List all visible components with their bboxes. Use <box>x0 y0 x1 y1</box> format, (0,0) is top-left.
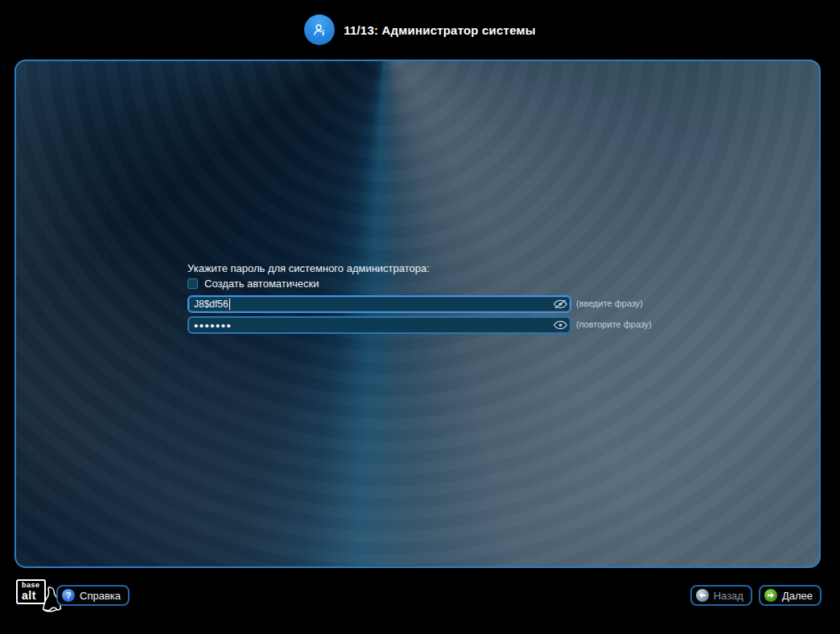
arrow-left-icon <box>696 589 709 602</box>
eye-icon[interactable] <box>553 319 567 331</box>
user-info-icon <box>304 14 335 45</box>
help-button-label: Справка <box>80 590 121 602</box>
confirm-hint: (повторите фразу) <box>576 319 652 329</box>
text-caret <box>229 298 230 310</box>
next-button[interactable]: Далее <box>759 585 821 606</box>
back-button-label: Назад <box>714 590 743 602</box>
auto-generate-row[interactable]: Создать автоматически <box>187 278 319 290</box>
confirm-password-input[interactable] <box>187 316 571 334</box>
confirm-field-wrap <box>187 316 571 334</box>
next-button-label: Далее <box>782 590 813 602</box>
eye-slash-icon[interactable] <box>553 298 567 310</box>
logo-text-alt: alt <box>22 590 36 601</box>
password-prompt-label: Укажите пароль для системного администра… <box>187 262 430 274</box>
password-input[interactable] <box>187 295 571 313</box>
back-button[interactable]: Назад <box>690 585 752 606</box>
help-button[interactable]: ? Справка <box>56 585 130 606</box>
auto-generate-label: Создать автоматически <box>204 278 319 290</box>
step-title: 11/13: Администратор системы <box>344 23 536 37</box>
password-field-wrap <box>187 295 571 313</box>
installer-panel: Укажите пароль для системного администра… <box>14 60 821 568</box>
wizard-header: 11/13: Администратор системы <box>0 0 840 60</box>
auto-generate-checkbox[interactable] <box>187 278 198 289</box>
arrow-right-icon <box>764 589 777 602</box>
password-hint: (введите фразу) <box>576 298 643 308</box>
nav-buttons: Назад Далее <box>690 585 821 606</box>
question-mark-icon: ? <box>62 589 75 602</box>
